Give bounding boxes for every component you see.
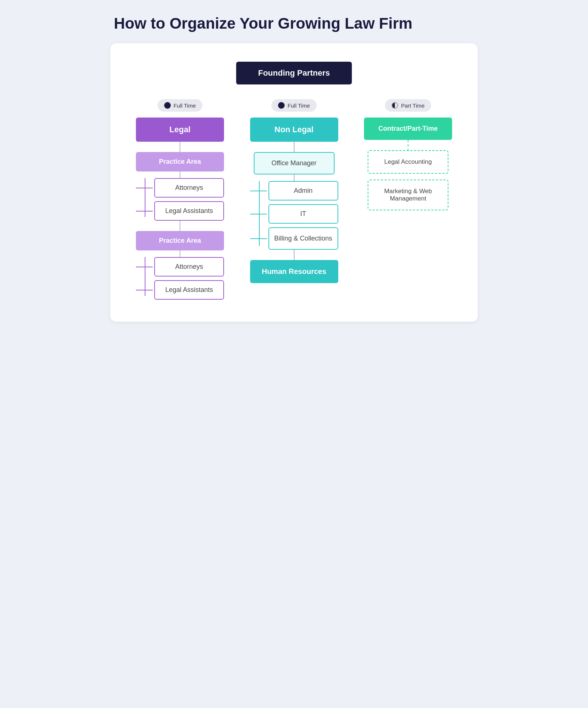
part-time-icon xyxy=(392,102,398,109)
h-connector-la1 xyxy=(136,211,153,212)
legal-badge: Full Time xyxy=(158,99,203,112)
h-connector-atty1 xyxy=(136,188,153,188)
h-connector-admin xyxy=(250,191,267,191)
nonlegal-badge-label: Full Time xyxy=(288,102,310,109)
h-connector-it xyxy=(250,214,267,214)
admin-row: Admin xyxy=(250,181,338,201)
attorney-row-2: Attorneys xyxy=(136,257,224,277)
human-resources-box: Human Resources xyxy=(250,260,338,283)
contract-badge-label: Part Time xyxy=(401,102,425,109)
practice-area-2-box: Practice Area xyxy=(136,231,224,250)
practice-area-2-children: Attorneys Legal Assistants xyxy=(136,257,224,300)
legal-assistants-row-2: Legal Assistants xyxy=(136,280,224,300)
h-connector-la2 xyxy=(136,290,153,290)
legal-badge-label: Full Time xyxy=(174,102,196,109)
contract-column: Part Time Contract/Part-Time Legal Accou… xyxy=(353,99,463,210)
nonlegal-v-line1 xyxy=(294,142,295,152)
page-wrapper: How to Organize Your Growing Law Firm Fo… xyxy=(110,15,478,322)
attorney-row-1: Attorneys xyxy=(136,178,224,198)
legal-category-box: Legal xyxy=(136,118,224,142)
marketing-box: Marketing & Web Management xyxy=(368,180,448,210)
nonlegal-category-box: Non Legal xyxy=(250,118,338,142)
office-manager-children: Admin IT Billing & Collections xyxy=(250,181,338,250)
page-title: How to Organize Your Growing Law Firm xyxy=(110,15,478,32)
chart-container: Founding Partners Full Time Lega xyxy=(110,43,478,322)
full-time-icon-mid xyxy=(278,102,285,109)
nonlegal-column: Full Time Non Legal Office Manager xyxy=(239,99,349,283)
billing-box: Billing & Collections xyxy=(268,227,338,250)
nonlegal-badge: Full Time xyxy=(271,99,317,112)
pa2-v-line xyxy=(180,250,180,257)
h-connector-atty2 xyxy=(136,267,153,267)
attorneys-2-box: Attorneys xyxy=(154,257,224,277)
pa1-v-line xyxy=(180,171,180,178)
it-box: IT xyxy=(268,204,338,224)
three-columns: Full Time Legal Practice Area xyxy=(125,84,463,300)
h-connector-billing xyxy=(250,238,267,239)
practice-area-1-children: Attorneys Legal Assistants xyxy=(136,178,224,221)
legal-assistants-1-box: Legal Assistants xyxy=(154,201,224,221)
practice-area-2: Practice Area Attorneys xyxy=(125,231,235,300)
billing-row: Billing & Collections xyxy=(250,227,338,250)
contract-badge: Part Time xyxy=(385,99,431,112)
it-row: IT xyxy=(250,204,338,224)
contract-category-box: Contract/Part-Time xyxy=(364,118,452,140)
contract-v-line1 xyxy=(408,140,408,150)
nonlegal-v-line2 xyxy=(294,174,295,181)
full-time-icon-left xyxy=(164,102,171,109)
practice-area-1-box: Practice Area xyxy=(136,152,224,171)
founding-partners-box: Founding Partners xyxy=(236,62,352,84)
admin-box: Admin xyxy=(268,181,338,201)
legal-assistants-row-1: Legal Assistants xyxy=(136,201,224,221)
legal-v-line xyxy=(180,142,180,152)
org-chart: Full Time Legal Practice Area xyxy=(125,84,463,300)
legal-assistants-2-box: Legal Assistants xyxy=(154,280,224,300)
office-manager-box: Office Manager xyxy=(254,152,335,174)
nonlegal-v-line3 xyxy=(294,250,295,260)
attorneys-1-box: Attorneys xyxy=(154,178,224,198)
legal-accounting-box: Legal Accounting xyxy=(368,150,448,174)
practice-area-1: Practice Area Attorneys xyxy=(125,152,235,221)
mid-v-line xyxy=(180,221,180,231)
top-node-row: Founding Partners xyxy=(125,62,463,84)
legal-column: Full Time Legal Practice Area xyxy=(125,99,235,300)
